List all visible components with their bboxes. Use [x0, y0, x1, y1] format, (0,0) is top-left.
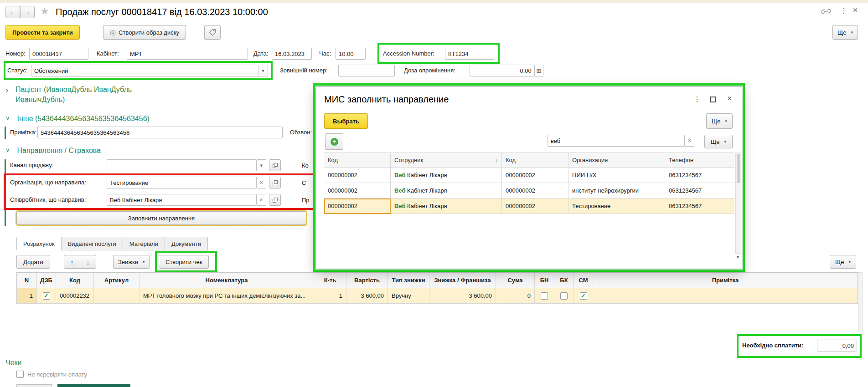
nav-forward-button[interactable]: →	[20, 6, 35, 18]
note-input[interactable]	[37, 127, 283, 138]
move-up-button[interactable]: ↑	[64, 255, 80, 269]
cell-sum[interactable]: 0	[496, 288, 535, 304]
mcell-code2[interactable]: 000000002	[502, 168, 568, 183]
sales-channel-select-button[interactable]	[269, 159, 281, 171]
modal-scroll-down-icon[interactable]: ▼	[736, 255, 740, 260]
modal-maximize-icon[interactable]	[710, 97, 716, 102]
col-nomenclature[interactable]: Номенклатура	[140, 273, 314, 288]
mcell-employee[interactable]: Веб Кабінет Лікаря	[391, 168, 502, 183]
add-row-button[interactable]: Додати	[16, 255, 50, 269]
dont-verify-payment-checkbox[interactable]	[16, 371, 24, 378]
cell-bk[interactable]	[554, 288, 574, 304]
mcell-phone[interactable]: 0631234567	[665, 199, 734, 214]
move-down-button[interactable]: ↓	[80, 255, 96, 269]
cell-qty[interactable]: 1	[314, 288, 346, 304]
cell-cost[interactable]: 3 600,00	[346, 288, 388, 304]
modal-table-row-selected[interactable]: 000000002 Веб Кабінет Лікаря 000000002 Т…	[324, 199, 734, 214]
radiation-dose-input[interactable]	[470, 65, 535, 76]
fill-referral-button[interactable]: Заповнити направлення	[16, 211, 306, 225]
accession-input[interactable]	[445, 48, 494, 60]
mcol-phone[interactable]: Телефон	[665, 153, 734, 168]
col-discount[interactable]: Знижка / Франшиза	[429, 273, 496, 288]
modal-menu-icon[interactable]: ⋮	[693, 95, 701, 103]
cell-article[interactable]	[94, 288, 140, 304]
modal-table-row[interactable]: 000000002 Веб Кабінет Лікаря 000000002 и…	[324, 183, 734, 199]
mcell-org[interactable]: институт нейрохирургии	[568, 183, 665, 199]
bn-checkbox-unchecked[interactable]	[541, 292, 548, 300]
cell-n[interactable]: 1	[17, 288, 37, 304]
create-receipt-button[interactable]: Створити чек	[159, 255, 209, 269]
mcol-code1[interactable]: Код	[324, 153, 391, 168]
mcell-org[interactable]: Тестирование	[568, 199, 665, 214]
date-input[interactable]	[272, 48, 312, 60]
modal-search-more-button[interactable]: Ще▾	[704, 135, 733, 148]
mcell-phone[interactable]: 0631234567	[665, 168, 734, 183]
window-menu-icon[interactable]: ⋮	[840, 6, 847, 15]
col-n[interactable]: N	[17, 273, 37, 288]
col-code[interactable]: Код	[56, 273, 94, 288]
section-referral[interactable]: ∨ Направлення / Страхова	[5, 147, 101, 155]
ref-org-input[interactable]	[107, 177, 257, 188]
sales-channel-dropdown-button[interactable]: ▾	[257, 159, 266, 171]
mcell-code1[interactable]: 000000002	[324, 168, 391, 183]
tag-button[interactable]	[204, 25, 221, 40]
col-bk[interactable]: БК	[554, 273, 574, 288]
tab-materials[interactable]: Матеріали	[123, 237, 165, 250]
table-scrollbar[interactable]	[858, 272, 863, 332]
create-disc-image-button[interactable]: ◎ Створити образ диску	[103, 25, 186, 40]
modal-more-button[interactable]: Ще▾	[706, 113, 733, 129]
cell-nomenclature[interactable]: МРТ головного мозку при РС та інших демі…	[140, 288, 314, 304]
section-patient[interactable]: › Пацієнт (ИвановДубль ИванДубль ИванычД…	[5, 85, 151, 104]
need-to-pay-input[interactable]	[817, 340, 857, 351]
ref-employee-clear-button[interactable]: ×	[257, 194, 266, 206]
tab-deleted-services[interactable]: Видалені послуги	[62, 237, 123, 250]
tab-calculation[interactable]: Розрахунок	[16, 237, 62, 250]
external-number-input[interactable]	[338, 65, 395, 76]
form-more-button[interactable]: Ще▾	[832, 25, 858, 40]
ref-org-clear-button[interactable]: ×	[257, 177, 266, 188]
mcell-code1[interactable]: 000000002	[324, 183, 391, 199]
link-icon[interactable]	[821, 8, 832, 15]
modal-table-row[interactable]: 000000002 Веб Кабінет Лікаря 000000002 Н…	[324, 168, 734, 183]
calculator-button[interactable]: ⊞	[535, 65, 543, 76]
dzb-checkbox-checked[interactable]: ✓	[43, 292, 50, 300]
mcol-code2[interactable]: Код	[502, 153, 568, 168]
cell-dzb[interactable]: ✓	[37, 288, 56, 304]
cell-code[interactable]: 000002232	[56, 288, 94, 304]
col-cm[interactable]: СМ	[574, 273, 593, 288]
mcell-code1-selected[interactable]: 000000002	[324, 199, 391, 214]
mcol-org[interactable]: Организация	[568, 153, 665, 168]
col-cost[interactable]: Вартість	[346, 273, 388, 288]
mcell-code2[interactable]: 000000002	[502, 183, 568, 199]
ref-employee-input[interactable]	[107, 194, 257, 206]
table-more-button[interactable]: Ще▾	[830, 255, 856, 269]
modal-search-input[interactable]	[548, 135, 685, 147]
cell-discount[interactable]: 3 600,00	[429, 288, 496, 304]
cm-checkbox-checked[interactable]: ✓	[580, 292, 587, 300]
bottom-partial-button[interactable]	[16, 384, 52, 387]
mcell-phone[interactable]: 0631234567	[665, 183, 734, 199]
tab-documents[interactable]: Документи	[165, 237, 208, 250]
cell-bn[interactable]	[535, 288, 554, 304]
modal-search-clear-button[interactable]: ×	[685, 135, 694, 147]
time-input[interactable]	[336, 48, 366, 60]
nav-back-button[interactable]: ←	[5, 6, 20, 18]
post-and-close-button[interactable]: Провести та закрити	[5, 25, 80, 40]
col-bn[interactable]: БН	[535, 273, 554, 288]
section-checks[interactable]: Чеки	[5, 359, 22, 367]
col-article[interactable]: Артикул	[94, 273, 140, 288]
col-note[interactable]: Примітка	[593, 273, 858, 288]
sales-channel-input[interactable]	[107, 159, 257, 171]
mcell-org[interactable]: НИИ Н/Х	[568, 168, 665, 183]
mcell-employee[interactable]: Веб Кабінет Лікаря	[391, 199, 502, 214]
status-dropdown-button[interactable]: ▾	[258, 65, 268, 76]
discounts-button[interactable]: Знижки▾	[113, 255, 150, 269]
modal-scrollbar[interactable]	[735, 153, 741, 254]
bk-checkbox-unchecked[interactable]	[560, 292, 568, 300]
cell-note[interactable]	[593, 288, 858, 304]
mcell-code2[interactable]: 000000002	[502, 199, 568, 214]
modal-add-button[interactable]: +	[325, 133, 343, 150]
col-qty[interactable]: К-ть	[314, 273, 346, 288]
modal-close-icon[interactable]: ×	[727, 94, 732, 103]
cabinet-input[interactable]	[127, 48, 248, 60]
